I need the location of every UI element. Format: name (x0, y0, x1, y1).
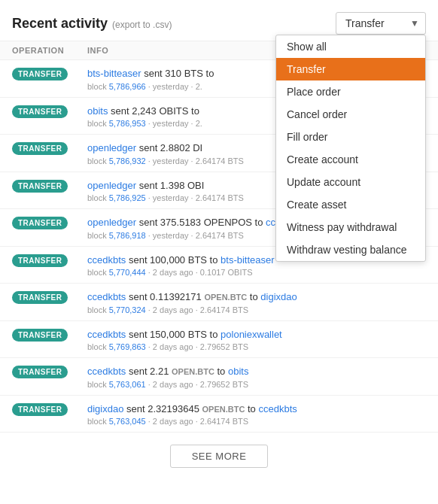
info-sub: block 5,770,324 · 2 days ago · 2.64174 B… (87, 305, 426, 314)
block-link[interactable]: 5,786,953 (109, 119, 146, 128)
table-row: TRANSFER digixdao sent 2.32193645 OPEN.B… (0, 396, 438, 433)
dropdown-button[interactable]: Transfer ▼ (336, 12, 426, 35)
col-operation-header: OPERATION (12, 46, 87, 55)
block-link[interactable]: 5,769,863 (109, 342, 146, 351)
export-label[interactable]: (export to .csv) (112, 20, 172, 30)
menu-item-withdraw-vesting[interactable]: Withdraw vesting balance (276, 238, 425, 261)
op-col: TRANSFER (12, 253, 87, 266)
chevron-down-icon: ▼ (410, 18, 419, 29)
transfer-badge: TRANSFER (12, 217, 68, 229)
page-title: Recent activity (12, 16, 108, 32)
account-link[interactable]: ccedkbts (87, 291, 126, 302)
transfer-badge: TRANSFER (12, 291, 68, 304)
account-link-2[interactable]: poloniexwallet (221, 329, 282, 340)
account-link[interactable]: ccedkbts (87, 329, 126, 340)
block-link[interactable]: 5,763,045 (109, 417, 146, 426)
transfer-badge: TRANSFER (12, 403, 68, 416)
account-link[interactable]: digixdao (87, 403, 123, 414)
info-main: ccedkbts sent 0.11392171 OPEN.BTC to dig… (87, 290, 426, 305)
info-col: ccedkbts sent 0.11392171 OPEN.BTC to dig… (87, 290, 426, 314)
block-link[interactable]: 5,770,324 (109, 305, 146, 314)
table-row: TRANSFER ccedkbts sent 0.11392171 OPEN.B… (0, 284, 438, 321)
table-row: TRANSFER ccedkbts sent 150,000 BTS to po… (0, 321, 438, 359)
account-link-2[interactable]: bts-bitteaser (221, 254, 275, 266)
menu-item-witness-pay[interactable]: Witness pay withdrawal (276, 216, 425, 238)
account-link[interactable]: openledger (87, 142, 136, 153)
table-row: TRANSFER ccedkbts sent 2.21 OPEN.BTC to … (0, 358, 438, 396)
transfer-badge: TRANSFER (12, 180, 68, 193)
account-link[interactable]: openledger (87, 217, 136, 228)
dropdown-menu: Show all Transfer Place order Cancel ord… (275, 35, 426, 262)
block-link[interactable]: 5,763,061 (109, 380, 146, 389)
transfer-badge: TRANSFER (12, 329, 68, 342)
info-main: ccedkbts sent 150,000 BTS to poloniexwal… (87, 327, 426, 342)
op-col: TRANSFER (12, 215, 87, 229)
transfer-badge: TRANSFER (12, 254, 68, 267)
see-more-button[interactable]: SEE MORE (170, 445, 269, 468)
menu-item-transfer[interactable]: Transfer (276, 58, 425, 80)
info-sub: block 5,763,061 · 2 days ago · 2.79652 B… (87, 380, 426, 389)
account-link-2[interactable]: obits (228, 366, 248, 377)
account-link[interactable]: openledger (87, 180, 136, 191)
menu-item-cancel-order[interactable]: Cancel order (276, 103, 425, 126)
account-link-2[interactable]: ccedkbts (258, 403, 297, 414)
menu-item-fill-order[interactable]: Fill order (276, 126, 425, 148)
account-link[interactable]: obits (87, 105, 108, 117)
op-col: TRANSFER (12, 290, 87, 303)
menu-item-create-asset[interactable]: Create asset (276, 193, 425, 216)
dropdown-selected-label: Transfer (345, 17, 385, 29)
op-col: TRANSFER (12, 402, 87, 415)
transfer-badge: TRANSFER (12, 142, 68, 155)
info-sub: block 5,763,045 · 2 days ago · 2.64174 B… (87, 417, 426, 426)
block-link[interactable]: 5,786,925 (109, 193, 146, 202)
menu-item-update-account[interactable]: Update account (276, 171, 425, 193)
op-col: TRANSFER (12, 327, 87, 341)
info-main: ccedkbts sent 2.21 OPEN.BTC to obits (87, 364, 426, 379)
header-left: Recent activity (export to .csv) (12, 16, 172, 32)
op-col: TRANSFER (12, 178, 87, 192)
op-col: TRANSFER (12, 104, 87, 117)
filter-dropdown[interactable]: Transfer ▼ Show all Transfer Place order… (336, 12, 426, 35)
info-sub: block 5,769,863 · 2 days ago · 2.79652 B… (87, 342, 426, 351)
info-col: ccedkbts sent 2.21 OPEN.BTC to obits blo… (87, 364, 426, 389)
account-link[interactable]: ccedkbts (87, 254, 126, 266)
info-col: ccedkbts sent 150,000 BTS to poloniexwal… (87, 327, 426, 352)
block-link[interactable]: 5,786,966 (109, 82, 146, 91)
block-link[interactable]: 5,770,444 (109, 268, 146, 277)
menu-item-create-account[interactable]: Create account (276, 148, 425, 171)
transfer-badge: TRANSFER (12, 105, 68, 118)
account-link[interactable]: bts-bitteaser (87, 68, 141, 79)
transfer-badge: TRANSFER (12, 68, 68, 80)
block-link[interactable]: 5,786,932 (109, 156, 146, 165)
account-link-2[interactable]: digixdao (260, 291, 297, 302)
info-main: digixdao sent 2.32193645 OPEN.BTC to cce… (87, 402, 426, 417)
block-link[interactable]: 5,786,918 (109, 231, 146, 240)
transfer-badge: TRANSFER (12, 366, 68, 378)
see-more-container: SEE MORE (0, 433, 438, 480)
op-col: TRANSFER (12, 66, 87, 80)
page-header: Recent activity (export to .csv) Transfe… (0, 0, 438, 41)
menu-item-place-order[interactable]: Place order (276, 80, 425, 103)
op-col: TRANSFER (12, 364, 87, 378)
info-sub: block 5,770,444 · 2 days ago · 0.1017 OB… (87, 268, 426, 277)
menu-item-show-all[interactable]: Show all (276, 35, 425, 58)
info-col: digixdao sent 2.32193645 OPEN.BTC to cce… (87, 402, 426, 427)
account-link[interactable]: ccedkbts (87, 366, 126, 377)
op-col: TRANSFER (12, 141, 87, 154)
